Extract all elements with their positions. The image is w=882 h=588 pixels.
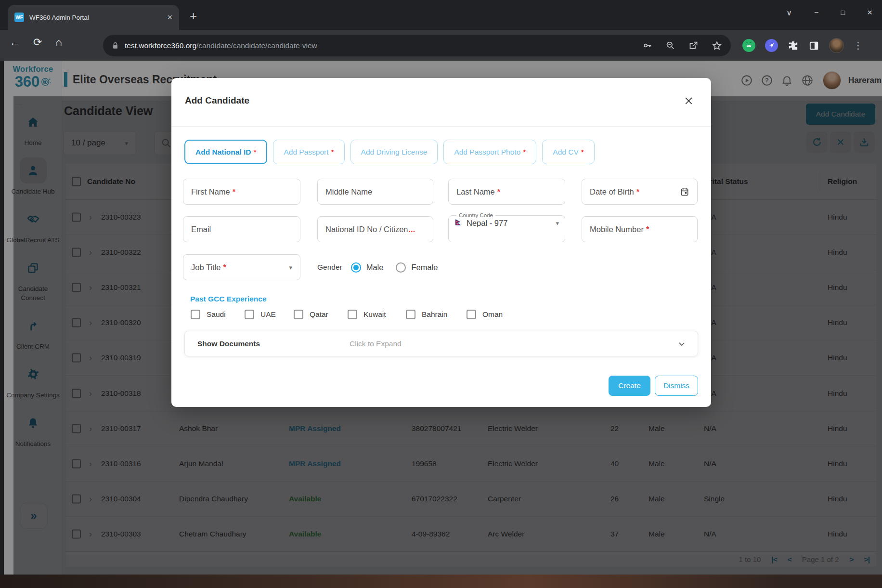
gcc-country-label: Kuwait [363, 310, 386, 319]
gcc-country-label: Bahrain [422, 310, 447, 319]
browser-profile-avatar[interactable] [829, 38, 844, 53]
tab-title: WF360 Admin Portal [29, 14, 162, 21]
add-passport-button[interactable]: Add Passport* [273, 140, 344, 164]
accordion-title: Show Documents [197, 340, 260, 348]
gender-label: Gender [317, 263, 342, 272]
date-of-birth-field[interactable]: Date of Birth* [582, 179, 698, 205]
gcc-country-label: Oman [482, 310, 503, 319]
gcc-country-label: Qatar [310, 310, 328, 319]
gender-radio-group: Gender Male Female [317, 254, 451, 280]
dismiss-button[interactable]: Dismiss [655, 376, 698, 396]
back-icon[interactable]: ← [10, 36, 20, 49]
url-bar[interactable]: test.workforce360.org/candidate/candidat… [103, 35, 731, 56]
create-button[interactable]: Create [609, 376, 650, 396]
country-code-label: Country Code [456, 212, 495, 218]
country-code-value: Nepal - 977 [467, 219, 507, 228]
extension-bot-icon[interactable] [742, 39, 755, 52]
add-candidate-modal: Add Candidate Add National ID*Add Passpo… [171, 78, 711, 407]
lock-icon [112, 42, 119, 50]
tab-favicon: WF [14, 13, 24, 22]
country-code-select[interactable]: Country Code Nepal - 977 ▾ [448, 212, 565, 242]
gender-male-radio[interactable] [351, 262, 361, 273]
job-title-select[interactable]: Job Title*▾ [183, 254, 300, 280]
window-maximize-icon[interactable]: □ [841, 9, 844, 16]
checkbox-icon [191, 310, 200, 319]
window-close-icon[interactable]: × [867, 7, 872, 18]
reload-icon[interactable]: ⟳ [33, 36, 42, 49]
checkbox-icon [348, 310, 357, 319]
modal-title: Add Candidate [185, 95, 249, 106]
home-icon-browser[interactable]: ⌂ [55, 36, 62, 49]
add-passport-photo-button[interactable]: Add Passport Photo* [443, 140, 536, 164]
desktop-wallpaper-strip [0, 575, 882, 588]
accordion-hint: Click to Expand [350, 340, 402, 348]
gender-male-label: Male [366, 263, 384, 272]
modal-divider [171, 126, 711, 127]
new-tab-button[interactable]: + [190, 9, 197, 24]
mobile-number-field[interactable]: Mobile Number* [582, 216, 698, 242]
zoom-out-icon[interactable] [665, 40, 675, 51]
window-dropdown-icon[interactable]: ∨ [786, 8, 792, 17]
checkbox-icon [406, 310, 415, 319]
gcc-bahrain-checkbox[interactable]: Bahrain [406, 310, 447, 319]
extensions-puzzle-icon[interactable] [788, 40, 799, 51]
gcc-qatar-checkbox[interactable]: Qatar [294, 310, 328, 319]
gcc-uae-checkbox[interactable]: UAE [245, 310, 276, 319]
gender-female-label: Female [411, 263, 438, 272]
screen: WF WF360 Admin Portal × + ∨ − □ × ← → ⟳ … [0, 0, 882, 588]
checkbox-icon [294, 310, 303, 319]
url-domain: test.workforce360.org [125, 41, 196, 50]
side-panel-icon[interactable] [808, 40, 819, 51]
bookmark-star-icon[interactable] [712, 40, 722, 51]
first-name-field[interactable]: First Name* [183, 179, 300, 205]
checkbox-icon [245, 310, 254, 319]
nepal-flag-icon [454, 219, 462, 228]
email-field[interactable]: Email [183, 216, 300, 242]
checkbox-icon [467, 310, 476, 319]
gcc-kuwait-checkbox[interactable]: Kuwait [348, 310, 386, 319]
share-icon[interactable] [688, 40, 699, 51]
url-path: /candidate/candidate/candidate-view [196, 41, 317, 50]
show-documents-accordion[interactable]: Show Documents Click to Expand [184, 331, 698, 356]
key-icon[interactable] [642, 40, 652, 51]
extension-nav-icon[interactable] [765, 39, 778, 52]
browser-tabstrip: WF WF360 Admin Portal × + ∨ − □ × [0, 0, 882, 30]
browser-menu-icon[interactable]: ⋮ [854, 40, 863, 51]
national-id-field[interactable]: National ID No / Citizen... [317, 216, 433, 242]
gcc-oman-checkbox[interactable]: Oman [467, 310, 503, 319]
modal-close-icon[interactable] [683, 95, 694, 106]
add-driving-license-button[interactable]: Add Driving License [350, 140, 438, 164]
add-national-id-button[interactable]: Add National ID* [184, 140, 267, 164]
calendar-icon[interactable] [680, 187, 689, 196]
tab-close-icon[interactable]: × [167, 13, 172, 22]
last-name-field[interactable]: Last Name* [448, 179, 565, 205]
browser-tab[interactable]: WF WF360 Admin Portal × [8, 5, 179, 30]
gender-female-radio[interactable] [396, 262, 406, 273]
gcc-saudi-checkbox[interactable]: Saudi [191, 310, 226, 319]
middle-name-field[interactable]: Middle Name [317, 179, 433, 205]
chevron-down-icon: ▾ [289, 264, 292, 271]
window-left-edge [0, 61, 4, 588]
window-controls: ∨ − □ × [786, 0, 872, 25]
window-minimize-icon[interactable]: − [814, 8, 818, 17]
gcc-experience-label: Past GCC Experience [190, 295, 267, 303]
chevron-down-icon: ▾ [556, 220, 559, 227]
gcc-country-label: Saudi [207, 310, 226, 319]
chevron-down-icon [677, 340, 686, 348]
gcc-country-label: UAE [260, 310, 276, 319]
add-cv-button[interactable]: Add CV* [542, 140, 594, 164]
